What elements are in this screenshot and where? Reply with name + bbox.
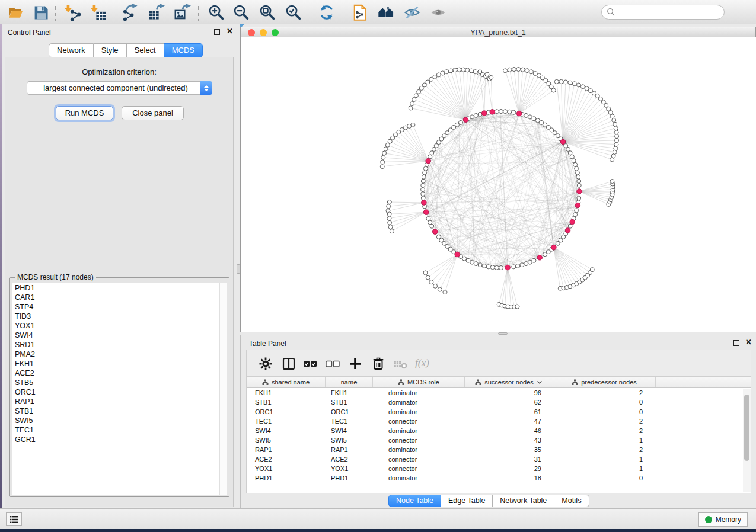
column-header-predecessor-nodes[interactable]: predecessor nodes (553, 377, 656, 387)
trash-icon[interactable] (371, 357, 385, 371)
zoom-in-icon[interactable] (208, 4, 225, 21)
table-cell: 18 (465, 473, 553, 483)
mcds-result-item[interactable]: PMA2 (12, 350, 227, 359)
mcds-result-item[interactable]: TID3 (12, 312, 227, 321)
tab-edge-table[interactable]: Edge Table (441, 495, 493, 507)
table-row[interactable]: TEC1TEC1connector472 (247, 416, 751, 426)
mcds-list-scrollbar[interactable] (219, 283, 227, 495)
mcds-result-item[interactable]: STB5 (12, 378, 227, 387)
mcds-result-item[interactable]: GCR1 (12, 435, 227, 444)
table-row[interactable]: YOX1YOX1connector291 (247, 464, 751, 473)
tab-style[interactable]: Style (94, 43, 127, 57)
mcds-result-item[interactable]: RAP1 (12, 397, 227, 406)
table-cell: 43 (465, 435, 553, 445)
open-folder-icon[interactable] (7, 4, 25, 21)
mcds-result-item[interactable]: SWI4 (12, 331, 227, 340)
control-panel: Control Panel ✕ NetworkStyleSelectMCDS O… (2, 24, 237, 508)
gear-icon[interactable] (259, 357, 273, 371)
search-input[interactable] (615, 8, 724, 17)
import-network-icon[interactable] (64, 4, 82, 21)
table-row[interactable]: RAP1RAP1dominator352 (247, 445, 751, 454)
mcds-result-list[interactable]: PHD1CAR1STP4TID3YOX1SWI4SRD1PMA2FKH1ACE2… (12, 283, 227, 495)
refresh-icon[interactable] (318, 4, 336, 21)
memory-button[interactable]: Memory (698, 512, 748, 527)
zoom-fit-icon[interactable] (259, 4, 276, 21)
table-row[interactable]: SWI5SWI5connector431 (247, 435, 751, 445)
close-table-panel-icon[interactable]: ✕ (745, 338, 752, 347)
table-scrollbar-thumb[interactable] (744, 395, 749, 461)
run-mcds-button[interactable]: Run MCDS (56, 106, 113, 120)
mcds-result-item[interactable]: ACE2 (12, 368, 227, 378)
tab-network[interactable]: Network (49, 43, 94, 57)
table-row[interactable]: SWI4SWI4dominator462 (247, 426, 751, 435)
table-cell: connector (373, 454, 465, 464)
column-header-shared-name[interactable]: shared name (247, 377, 326, 387)
table-cell: 62 (465, 398, 553, 407)
table-cell: dominator (373, 426, 465, 435)
export-table-icon[interactable] (147, 4, 165, 21)
float-panel-icon[interactable] (214, 29, 220, 35)
close-panel-icon[interactable]: ✕ (227, 27, 233, 36)
mcds-result-item[interactable]: STB1 (12, 406, 227, 416)
mcds-result-item[interactable]: SRD1 (12, 340, 227, 350)
mcds-result-item[interactable]: FKH1 (12, 359, 227, 368)
tab-mcds[interactable]: MCDS (164, 43, 203, 57)
select-all-icon[interactable] (303, 357, 317, 371)
column-header-mcds-role[interactable]: MCDS role (373, 377, 465, 387)
table-cell: 46 (465, 426, 553, 435)
vertical-splitter-handle[interactable] (237, 264, 240, 274)
toolbar-separator (113, 4, 113, 21)
zoom-out-icon[interactable] (232, 4, 250, 21)
mcds-result-item[interactable]: PHD1 (12, 283, 227, 293)
zoom-selected-icon[interactable] (285, 4, 302, 21)
eye-slash-icon[interactable] (403, 4, 421, 21)
table-cell: SWI5 (326, 435, 373, 445)
table-scrollbar[interactable] (743, 389, 751, 492)
table-row[interactable]: ACE2ACE2connector311 (247, 454, 751, 464)
network-window-title: YPA_prune.txt_1 (241, 28, 755, 37)
mcds-result-item[interactable]: SWI5 (12, 416, 227, 425)
table-cell: 29 (465, 464, 553, 473)
table-row[interactable]: STB1STB1dominator620 (247, 398, 751, 407)
close-panel-button[interactable]: Close panel (122, 106, 184, 120)
document-share-icon[interactable] (351, 4, 369, 21)
float-table-panel-icon[interactable] (733, 340, 739, 346)
mcds-result-item[interactable]: ORC1 (12, 387, 227, 397)
houses-icon[interactable] (377, 4, 395, 21)
eye-icon[interactable] (429, 4, 447, 21)
tab-node-table[interactable]: Node Table (388, 495, 441, 507)
export-network-icon[interactable] (121, 4, 139, 21)
mcds-result-item[interactable]: STP4 (12, 302, 227, 312)
table-row[interactable]: ORC1ORC1dominator610 (247, 407, 751, 416)
deselect-all-icon[interactable] (326, 357, 340, 371)
mcds-result-item[interactable]: YOX1 (12, 321, 227, 331)
table-panel: Table Panel ✕ (240, 335, 756, 508)
column-header-name[interactable]: name (326, 377, 373, 387)
network-window-titlebar[interactable]: YPA_prune.txt_1 (240, 27, 756, 37)
mcds-result-item[interactable]: CAR1 (12, 293, 227, 302)
add-icon[interactable] (348, 357, 362, 371)
export-image-icon[interactable] (173, 4, 191, 21)
mcds-result-item[interactable]: TEC1 (12, 425, 227, 435)
tab-motifs[interactable]: Motifs (554, 495, 589, 507)
table-cell: SWI5 (247, 435, 326, 445)
status-bar: Memory (0, 508, 756, 529)
columns-icon[interactable] (282, 357, 296, 371)
table-cell: 1 (553, 435, 656, 445)
node-table-body: FKH1FKH1dominator962STB1STB1dominator620… (247, 388, 751, 483)
list-icon (9, 515, 19, 524)
optimization-criterion-select[interactable]: largest connected component (undirected) (27, 81, 212, 95)
column-header-successor-nodes[interactable]: successor nodes (465, 377, 553, 387)
tab-network-table[interactable]: Network Table (493, 495, 554, 507)
table-row[interactable]: FKH1FKH1dominator962 (247, 388, 751, 398)
table-row[interactable]: PHD1PHD1dominator180 (247, 473, 751, 483)
node-table-header: shared name name MCDS role successor nod… (247, 377, 751, 388)
save-icon[interactable] (32, 4, 50, 21)
horizontal-splitter-handle[interactable] (498, 332, 508, 335)
table-cell: TEC1 (326, 416, 373, 426)
tab-select[interactable]: Select (127, 43, 164, 57)
import-table-icon[interactable] (90, 4, 108, 21)
search-field[interactable] (601, 5, 725, 20)
status-menu-button[interactable] (6, 512, 22, 526)
network-canvas[interactable] (240, 37, 756, 332)
